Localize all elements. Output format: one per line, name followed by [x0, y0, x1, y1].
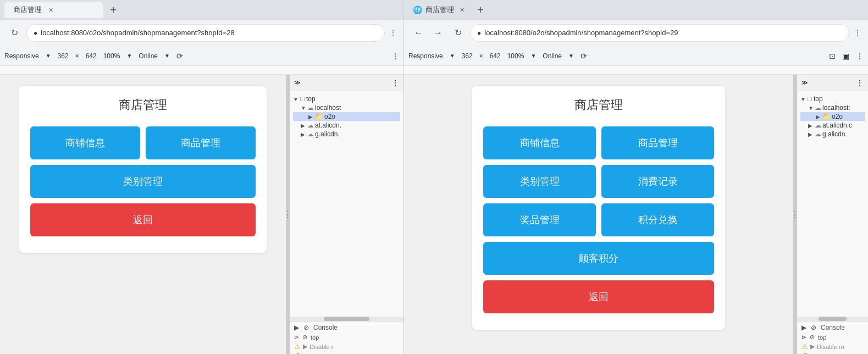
left-console-tab[interactable]: Console — [313, 324, 338, 331]
left-back-button[interactable]: 返回 — [30, 203, 256, 236]
right-points-exchange-button[interactable]: 积分兑换 — [601, 203, 714, 236]
right-more-icon[interactable]: ⋮ — [856, 52, 864, 60]
left-devtools-icon[interactable]: ⋮ — [389, 29, 397, 37]
right-tab-new-icon[interactable]: + — [473, 2, 488, 18]
right-tree-alicdn2[interactable]: ▶ ☁ g.alicdn. — [800, 130, 865, 139]
left-category-mgmt-button[interactable]: 类别管理 — [30, 165, 256, 198]
left-height-value: 642 — [86, 52, 97, 60]
left-dropdown-icon[interactable]: ▼ — [46, 53, 51, 59]
left-content-area: 商店管理 商铺信息 商品管理 类别管理 返回 ⋮ — [0, 75, 403, 354]
right-tree-top[interactable]: ▼ ☐ top — [800, 95, 865, 103]
left-devtools-more-icon[interactable]: ⋮ — [391, 79, 399, 87]
right-back-button[interactable]: 返回 — [483, 280, 714, 313]
right-back-nav-button[interactable]: ← — [411, 25, 426, 41]
right-devtools-bottom: ▶ ⊘ Console ⊳ ⊘ top ⚠ ▶ Disable ro — [797, 321, 868, 354]
left-rotate-icon[interactable]: ⟳ — [176, 52, 183, 60]
left-zoom-value[interactable]: 100% — [103, 52, 120, 60]
right-prize-mgmt-button[interactable]: 奖品管理 — [483, 203, 596, 236]
right-devtools-more-icon[interactable]: ⋮ — [856, 79, 864, 87]
right-tree-box-icon: ☐ — [807, 96, 812, 103]
right-play-icon[interactable]: ▶ — [801, 324, 806, 331]
left-responsive-label[interactable]: Responsive — [4, 52, 39, 60]
right-scrollbar[interactable] — [797, 317, 868, 321]
right-devtools-icon[interactable]: ⋮ — [854, 29, 861, 37]
left-buttons-row2: 类别管理 — [30, 165, 256, 198]
right-online-label[interactable]: Online — [543, 52, 562, 60]
right-stop-icon[interactable]: ⊘ — [811, 324, 816, 331]
left-product-mgmt-button[interactable]: 商品管理 — [146, 126, 256, 159]
right-cursor-line: > — [801, 351, 864, 354]
right-online-dropdown[interactable]: ▼ — [568, 53, 574, 59]
left-tab-new-icon[interactable]: + — [106, 2, 121, 18]
right-url-bar[interactable]: ● localhost:8080/o2o/shopadmin/shopmanag… — [470, 24, 849, 42]
right-customer-points-button[interactable]: 顾客积分 — [483, 242, 714, 275]
right-warn-icon: ⚠ — [801, 342, 808, 351]
right-rotate-icon[interactable]: ⟳ — [580, 52, 587, 60]
left-no-icon[interactable]: ⊘ — [302, 334, 307, 341]
left-url-text: localhost:8080/o2o/shopadmin/shopmanagem… — [41, 29, 234, 37]
right-buttons-row3: 奖品管理 积分兑换 — [483, 203, 714, 236]
left-tab-active[interactable]: 商店管理 ✕ — [4, 2, 103, 18]
right-shop-info-button[interactable]: 商铺信息 — [483, 126, 596, 159]
right-tab-title[interactable]: 商店管理 — [425, 5, 454, 15]
left-zoom-dropdown[interactable]: ▼ — [126, 53, 132, 59]
left-online-label[interactable]: Online — [139, 52, 158, 60]
left-online-dropdown[interactable]: ▼ — [164, 53, 170, 59]
left-cursor-line: > — [294, 351, 399, 354]
right-x-label: × — [479, 52, 483, 60]
left-shop-info-button[interactable]: 商铺信息 — [30, 126, 140, 159]
right-tree-o2o[interactable]: ▶ 📁 o2o — [800, 112, 865, 121]
right-panel-icon[interactable]: ▣ — [842, 52, 849, 60]
left-x-label: × — [75, 52, 79, 60]
right-url-text: localhost:8080/o2o/shopadmin/shopmanagem… — [484, 29, 678, 37]
left-scrollbar-thumb[interactable] — [324, 317, 369, 321]
left-url-bar[interactable]: ● localhost:8080/o2o/shopadmin/shopmanag… — [26, 24, 385, 42]
right-no-icon[interactable]: ⊘ — [810, 334, 815, 341]
left-tree-alicdn2[interactable]: ▶ ☁ g.alicdn. — [293, 130, 400, 139]
right-tree-localhost-label: localhost: — [822, 104, 850, 112]
right-dropdown-icon[interactable]: ▼ — [450, 53, 455, 59]
right-zoom-value[interactable]: 100% — [507, 52, 524, 60]
right-content-area: 商店管理 商铺信息 商品管理 类别管理 消费记录 奖品管理 积分兑换 顾客积分 — [404, 75, 868, 354]
right-category-mgmt-button[interactable]: 类别管理 — [483, 165, 596, 198]
left-scrollbar[interactable] — [290, 317, 403, 321]
right-forward-nav-button[interactable]: → — [430, 25, 446, 41]
left-tree-cloud-icon-3: ☁ — [307, 130, 314, 138]
left-play-icon[interactable]: ▶ — [294, 324, 299, 331]
left-back-nav-button[interactable]: ↻ — [7, 25, 22, 41]
left-tab-close-icon[interactable]: ✕ — [46, 5, 55, 14]
left-tree-top-label: top — [306, 95, 316, 103]
left-cursor: > — [296, 351, 300, 354]
right-ruler — [404, 66, 868, 75]
right-tree-localhost[interactable]: ▼ ☁ localhost: — [800, 103, 865, 112]
left-browser: 商店管理 ✕ + ↻ ● localhost:8080/o2o/shopadmi… — [0, 0, 404, 354]
left-devtools-bar: Responsive ▼ 362 × 642 100% ▼ Online ▼ ⟳… — [0, 46, 403, 66]
left-more-icon[interactable]: ⋮ — [391, 52, 399, 60]
right-top-select[interactable]: top — [818, 334, 826, 341]
left-filter-icon[interactable]: ⊳ — [294, 334, 299, 341]
right-tab-close-icon[interactable]: ✕ — [457, 5, 466, 14]
left-tree-localhost[interactable]: ▼ ☁ localhost — [293, 103, 400, 112]
right-buttons-row2: 类别管理 消费记录 — [483, 165, 714, 198]
left-chevron-expand[interactable]: ≫ — [294, 79, 301, 86]
right-tree-alicdn2-label: g.alicdn. — [822, 130, 847, 138]
right-consume-record-button[interactable]: 消费记录 — [601, 165, 714, 198]
left-tree-o2o[interactable]: ▶ 📁 o2o — [293, 112, 400, 121]
right-zoom-dropdown[interactable]: ▼ — [530, 53, 536, 59]
right-console-tab[interactable]: Console — [821, 324, 845, 331]
right-reload-button[interactable]: ↻ — [450, 25, 466, 41]
right-tree-cloud-icon-2: ☁ — [815, 121, 821, 129]
right-inspect-icon[interactable]: ⊡ — [829, 52, 836, 60]
left-tree-top[interactable]: ▼ ☐ top — [293, 95, 400, 103]
right-scrollbar-thumb[interactable] — [819, 317, 847, 321]
left-top-select[interactable]: top — [311, 334, 319, 341]
left-stop-icon[interactable]: ⊘ — [303, 324, 309, 331]
right-tree-alicdn1[interactable]: ▶ ☁ at.alicdn.c — [800, 121, 865, 130]
left-tree-alicdn1[interactable]: ▶ ☁ at.alicdn. — [293, 121, 400, 130]
right-product-mgmt-button[interactable]: 商品管理 — [601, 126, 714, 159]
right-responsive-label[interactable]: Responsive — [408, 52, 443, 60]
right-devtools-header: ≫ ⋮ — [797, 75, 868, 91]
right-filter-icon[interactable]: ⊳ — [801, 334, 806, 341]
right-chevron-expand[interactable]: ≫ — [801, 79, 808, 86]
tab-title-left: 商店管理 — [13, 5, 42, 15]
